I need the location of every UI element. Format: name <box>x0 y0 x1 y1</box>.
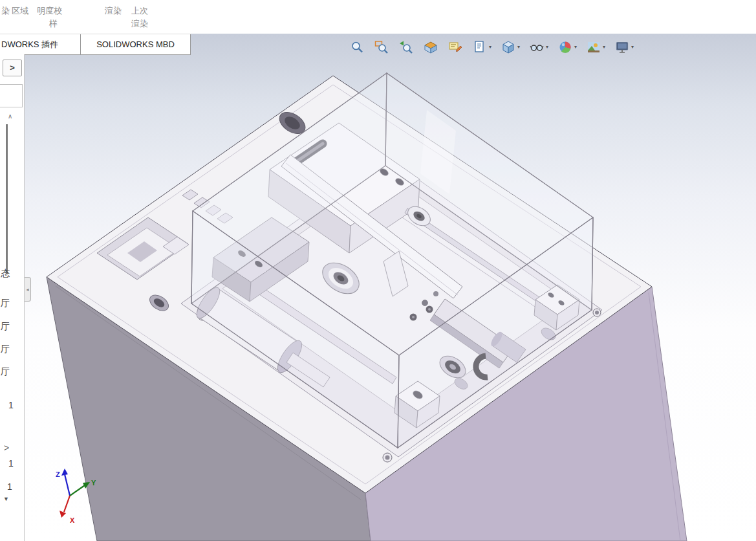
tree-item-text[interactable]: 1 <box>8 400 14 410</box>
section-view-button[interactable] <box>423 39 438 55</box>
view-settings-icon <box>614 39 630 55</box>
zoom-area-button[interactable] <box>374 39 389 55</box>
command-manager-tabs: DWORKS 插件 SOLIDWORKS MBD <box>0 34 191 55</box>
ribbon-cmd-last-line2[interactable]: 渲染 <box>131 18 148 30</box>
tree-item-expander[interactable]: > <box>4 443 9 453</box>
tree-item-text[interactable]: 厅 <box>1 321 10 333</box>
y-axis[interactable] <box>70 485 85 496</box>
z-axis-label: Z <box>56 470 60 478</box>
previous-view-button[interactable] <box>398 39 414 55</box>
z-arrowhead <box>61 469 68 476</box>
zoom-fit-button[interactable] <box>349 39 365 55</box>
heads-up-toolbar: ▾ ▾ ▾ ▾ <box>349 38 643 57</box>
scroll-down-arrow[interactable]: ▼ <box>3 496 9 502</box>
tree-item-text[interactable]: 1 <box>8 458 14 469</box>
ribbon-cmd-region[interactable]: 区域 <box>12 5 28 17</box>
ribbon: 染 区域 明度校 样 渲染 上次 渲染 <box>0 0 756 34</box>
tree-item-text[interactable]: 厅 <box>1 298 10 309</box>
tree-item-text[interactable]: 1 <box>7 481 12 492</box>
scrollbar-thumb[interactable] <box>6 124 8 274</box>
dropdown-caret[interactable]: ▾ <box>546 45 548 50</box>
x-arrowhead <box>59 511 66 518</box>
view-orientation-button[interactable]: ▾ <box>501 39 520 55</box>
apply-scene-icon <box>586 39 601 55</box>
ribbon-cmd-last-line1[interactable]: 上次 <box>131 5 148 17</box>
view-settings-button[interactable]: ▾ <box>614 39 634 55</box>
dropdown-caret[interactable]: ▾ <box>489 45 491 50</box>
previous-view-icon <box>398 39 414 55</box>
ribbon-cmd-proof-line2[interactable]: 样 <box>49 18 58 30</box>
x-axis-label: X <box>70 516 75 524</box>
y-axis-label: Y <box>91 479 96 487</box>
ribbon-cmd-proof-line1[interactable]: 明度校 <box>37 5 62 17</box>
edit-appearance-button[interactable]: ▾ <box>557 39 577 55</box>
dropdown-caret[interactable]: ▾ <box>574 45 577 50</box>
hide-show-items-icon <box>529 39 545 55</box>
hide-show-items-button[interactable]: ▾ <box>529 39 548 55</box>
dropdown-caret[interactable]: ▾ <box>631 45 634 50</box>
edit-appearance-icon <box>557 39 573 55</box>
panel-field <box>0 84 23 107</box>
ribbon-cmd-render[interactable]: 渲染 <box>105 5 122 17</box>
section-view-icon <box>423 39 438 55</box>
panel-splitter-handle[interactable]: ◂ <box>25 277 31 302</box>
tree-item-text[interactable]: 厅 <box>1 344 10 355</box>
tree-item-text[interactable]: 态 <box>1 268 10 280</box>
dynamic-annotation-icon <box>448 39 463 55</box>
tab-solidworks-addins[interactable]: DWORKS 插件 <box>0 34 81 54</box>
dropdown-caret[interactable]: ▾ <box>603 45 605 50</box>
zoom-area-icon <box>374 39 389 55</box>
tab-solidworks-mbd[interactable]: SOLIDWORKS MBD <box>81 34 191 54</box>
expand-panel-button[interactable]: > <box>3 60 22 76</box>
ribbon-cmd-ran[interactable]: 染 <box>1 5 10 17</box>
feature-tree-collapsed-panel: > ∧ 态 厅 厅 厅 厅 1 > 1 1 ▼ <box>0 54 25 541</box>
zoom-fit-icon <box>349 39 365 55</box>
model-scene[interactable]: Z Y X <box>0 34 756 541</box>
scroll-up-arrow[interactable]: ∧ <box>8 113 12 120</box>
view-orientation-icon <box>501 39 516 55</box>
annotation-views-button[interactable]: ▾ <box>472 39 491 55</box>
tree-item-text[interactable]: 厅 <box>1 366 10 378</box>
dynamic-annotation-button[interactable] <box>448 39 463 55</box>
apply-scene-button[interactable]: ▾ <box>586 39 605 55</box>
z-axis[interactable] <box>65 474 70 496</box>
annotation-views-icon <box>472 39 488 55</box>
dropdown-caret[interactable]: ▾ <box>517 45 520 50</box>
x-axis[interactable] <box>64 496 70 512</box>
